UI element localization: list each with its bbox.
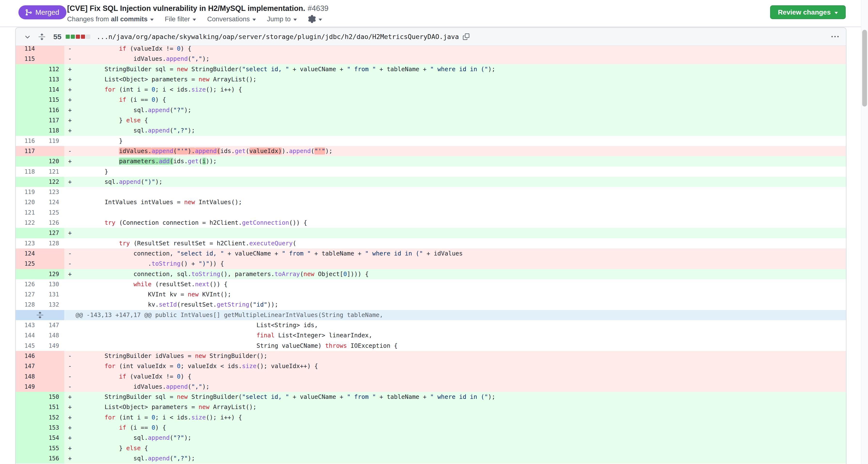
new-line-number[interactable] xyxy=(40,146,64,156)
changes-from-dropdown[interactable]: Changes fromall commits xyxy=(67,15,154,23)
new-line-number[interactable]: 128 xyxy=(40,238,64,248)
old-line-number[interactable]: 118 xyxy=(16,167,40,177)
old-line-number[interactable]: 117 xyxy=(16,146,40,156)
old-line-number[interactable] xyxy=(16,115,40,126)
new-line-number[interactable] xyxy=(40,361,64,371)
old-line-number[interactable]: 120 xyxy=(16,197,40,207)
old-line-number[interactable] xyxy=(16,85,40,95)
new-line-number[interactable] xyxy=(40,371,64,382)
new-line-number[interactable]: 116 xyxy=(40,105,64,115)
diff-marker xyxy=(64,341,75,351)
file-options-button[interactable] xyxy=(831,33,839,40)
old-line-number[interactable] xyxy=(16,269,40,279)
expand-hunk-button[interactable] xyxy=(16,310,64,320)
diff-row: 155+ } else { xyxy=(16,443,846,453)
diff-marker xyxy=(64,279,75,289)
old-line-number[interactable]: 121 xyxy=(16,207,40,218)
new-line-number[interactable]: 127 xyxy=(40,228,64,238)
old-line-number[interactable]: 122 xyxy=(16,218,40,228)
page-scrollbar[interactable] xyxy=(861,0,868,464)
new-line-number[interactable] xyxy=(40,248,64,259)
file-filter-dropdown[interactable]: File filter xyxy=(165,15,196,23)
new-line-number[interactable]: 153 xyxy=(40,423,64,433)
new-line-number[interactable]: 130 xyxy=(40,279,64,289)
old-line-number[interactable]: 146 xyxy=(16,351,40,361)
new-line-number[interactable]: 131 xyxy=(40,289,64,300)
old-line-number[interactable]: 119 xyxy=(16,187,40,197)
diff-marker xyxy=(64,167,75,177)
new-line-number[interactable]: 119 xyxy=(40,136,64,146)
conversations-dropdown[interactable]: Conversations xyxy=(207,15,256,23)
old-line-number[interactable]: 143 xyxy=(16,320,40,330)
diff-settings-dropdown[interactable] xyxy=(308,15,322,23)
old-line-number[interactable]: 126 xyxy=(16,279,40,289)
old-line-number[interactable]: 144 xyxy=(16,330,40,340)
new-line-number[interactable]: 126 xyxy=(40,218,64,228)
diffstat-block-del xyxy=(76,35,80,39)
diff-row: 121125 xyxy=(16,207,846,218)
review-changes-button[interactable]: Review changes xyxy=(770,5,846,19)
old-line-number[interactable] xyxy=(16,423,40,433)
old-line-number[interactable]: 116 xyxy=(16,136,40,146)
new-line-number[interactable]: 132 xyxy=(40,300,64,310)
new-line-number[interactable]: 122 xyxy=(40,177,64,187)
old-line-number[interactable] xyxy=(16,95,40,105)
old-line-number[interactable] xyxy=(16,443,40,453)
new-line-number[interactable] xyxy=(40,351,64,361)
old-line-number[interactable] xyxy=(16,74,40,85)
new-line-number[interactable]: 152 xyxy=(40,412,64,423)
old-line-number[interactable] xyxy=(16,156,40,166)
old-line-number[interactable] xyxy=(16,453,40,464)
new-line-number[interactable] xyxy=(40,54,64,64)
old-line-number[interactable]: 115 xyxy=(16,54,40,64)
old-line-number[interactable]: 147 xyxy=(16,361,40,371)
old-line-number[interactable]: 145 xyxy=(16,341,40,351)
code-line: for (int i = 0; i < ids.size(); i++) { xyxy=(75,85,846,95)
new-line-number[interactable]: 113 xyxy=(40,74,64,85)
new-line-number[interactable]: 125 xyxy=(40,207,64,218)
new-line-number[interactable] xyxy=(40,382,64,392)
old-line-number[interactable] xyxy=(16,105,40,115)
new-line-number[interactable] xyxy=(40,259,64,269)
copy-path-button[interactable] xyxy=(463,33,469,40)
old-line-number[interactable] xyxy=(16,126,40,136)
expand-all-button[interactable] xyxy=(38,33,45,40)
new-line-number[interactable]: 114 xyxy=(40,85,64,95)
new-line-number[interactable]: 112 xyxy=(40,64,64,74)
old-line-number[interactable] xyxy=(16,177,40,187)
new-line-number[interactable]: 147 xyxy=(40,320,64,330)
new-line-number[interactable]: 155 xyxy=(40,443,64,453)
new-line-number[interactable]: 151 xyxy=(40,402,64,412)
old-line-number[interactable] xyxy=(16,392,40,402)
new-line-number[interactable]: 124 xyxy=(40,197,64,207)
new-line-number[interactable]: 154 xyxy=(40,433,64,443)
new-line-number[interactable]: 149 xyxy=(40,341,64,351)
new-line-number[interactable]: 120 xyxy=(40,156,64,166)
old-line-number[interactable] xyxy=(16,433,40,443)
old-line-number[interactable]: 123 xyxy=(16,238,40,248)
code-line: } xyxy=(75,136,846,146)
new-line-number[interactable]: 121 xyxy=(40,167,64,177)
old-line-number[interactable]: 124 xyxy=(16,248,40,259)
new-line-number[interactable]: 115 xyxy=(40,95,64,105)
new-line-number[interactable]: 129 xyxy=(40,269,64,279)
new-line-number[interactable]: 148 xyxy=(40,330,64,340)
old-line-number[interactable] xyxy=(16,402,40,412)
old-line-number[interactable]: 148 xyxy=(16,371,40,382)
new-line-number[interactable]: 123 xyxy=(40,187,64,197)
scrollbar-thumb[interactable] xyxy=(862,30,867,106)
old-line-number[interactable]: 149 xyxy=(16,382,40,392)
diff-row: 120+ parameters.add(ids.get(i)); xyxy=(16,156,846,166)
old-line-number[interactable]: 128 xyxy=(16,300,40,310)
old-line-number[interactable] xyxy=(16,228,40,238)
new-line-number[interactable]: 156 xyxy=(40,453,64,464)
old-line-number[interactable]: 125 xyxy=(16,259,40,269)
old-line-number[interactable]: 127 xyxy=(16,289,40,300)
old-line-number[interactable] xyxy=(16,412,40,423)
new-line-number[interactable]: 150 xyxy=(40,392,64,402)
collapse-file-button[interactable] xyxy=(24,33,31,40)
old-line-number[interactable] xyxy=(16,64,40,74)
new-line-number[interactable]: 117 xyxy=(40,115,64,126)
jump-to-dropdown[interactable]: Jump to xyxy=(267,15,297,23)
new-line-number[interactable]: 118 xyxy=(40,126,64,136)
